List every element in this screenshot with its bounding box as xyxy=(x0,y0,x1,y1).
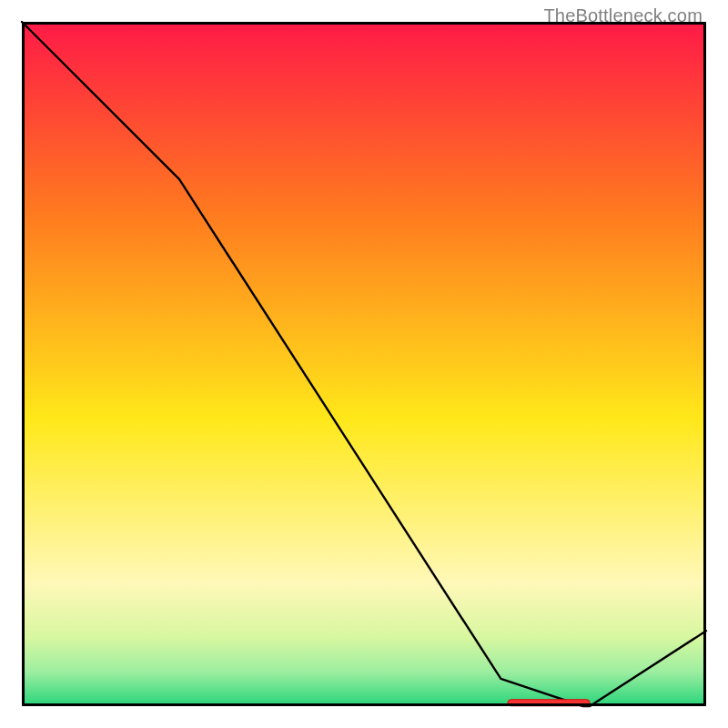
optimum-marker xyxy=(508,700,590,706)
plot-area xyxy=(22,22,706,706)
chart-svg xyxy=(22,22,706,706)
chart-container: TheBottleneck.com xyxy=(0,0,728,728)
